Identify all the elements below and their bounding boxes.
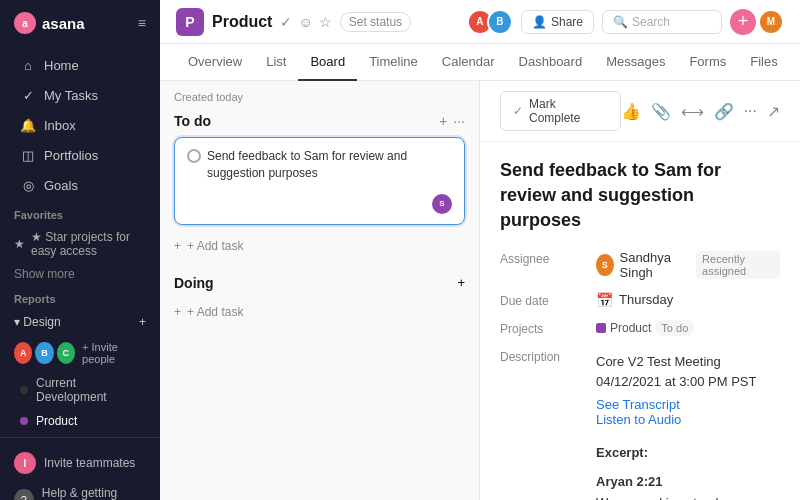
- see-transcript-link[interactable]: See Transcript: [596, 397, 680, 412]
- kanban-board: Created today To do + ··· Send feedback …: [160, 81, 480, 500]
- sidebar-item-product[interactable]: Product: [0, 409, 160, 433]
- detail-toolbar-right: 👍 📎 ⟷ 🔗 ··· ↗: [621, 102, 780, 121]
- add-team-button[interactable]: +: [139, 315, 146, 329]
- attachment-icon[interactable]: 📎: [651, 102, 671, 121]
- recently-assigned-badge[interactable]: Recently assigned: [696, 251, 780, 279]
- current-development-label: Current Development: [36, 376, 140, 404]
- excerpt-heading: Excerpt:: [596, 443, 780, 464]
- home-icon: ⌂: [20, 58, 36, 73]
- sidebar-item-home[interactable]: ⌂ Home: [6, 51, 154, 80]
- tab-timeline[interactable]: Timeline: [357, 44, 430, 81]
- checkmark-icon[interactable]: ✓: [280, 14, 292, 30]
- tab-calendar[interactable]: Calendar: [430, 44, 507, 81]
- sidebar-item-portfolios-label: Portfolios: [44, 148, 98, 163]
- tab-overview[interactable]: Overview: [176, 44, 254, 81]
- sidebar-item-current-development[interactable]: Current Development: [0, 371, 160, 409]
- description-line-2: 04/12/2021 at 3:00 PM PST: [596, 372, 756, 393]
- sidebar-bottom: I Invite teammates ? Help & getting star…: [0, 437, 160, 500]
- detail-toolbar: ✓ Mark Complete 👍 📎 ⟷ 🔗 ··· ↗: [480, 81, 800, 142]
- nav-tabs: Overview List Board Timeline Calendar Da…: [160, 44, 800, 81]
- star-projects-link[interactable]: ★ ★ Star projects for easy access: [0, 225, 160, 263]
- topbar: P Product ✓ ☺ ☆ Set status A B 👤 Share 🔍…: [160, 0, 800, 44]
- sidebar: a asana ≡ ⌂ Home ✓ My Tasks 🔔 Inbox ◫ Po…: [0, 0, 160, 500]
- sidebar-item-goals[interactable]: ◎ Goals: [6, 171, 154, 200]
- emoji-icon[interactable]: ☺: [298, 14, 312, 30]
- member-avatars: A B: [467, 9, 513, 35]
- goals-icon: ◎: [20, 178, 36, 193]
- invite-teammates-item[interactable]: I Invite teammates: [0, 446, 160, 480]
- asana-brand-name: asana: [42, 15, 85, 32]
- check-icon: ✓: [20, 88, 36, 103]
- todo-more-icon[interactable]: ···: [453, 113, 465, 129]
- team-avatars: A B C + Invite people: [0, 335, 160, 371]
- doing-column-title: Doing: [174, 275, 214, 291]
- tab-board[interactable]: Board: [298, 44, 357, 81]
- sidebar-logo: a asana ≡: [0, 0, 160, 46]
- todo-add-icon[interactable]: +: [439, 113, 447, 129]
- mark-complete-button[interactable]: ✓ Mark Complete: [500, 91, 621, 131]
- sidebar-item-my-tasks[interactable]: ✓ My Tasks: [6, 81, 154, 110]
- tab-forms[interactable]: Forms: [677, 44, 738, 81]
- calendar-icon: 📅: [596, 292, 613, 308]
- share-button[interactable]: 👤 Share: [521, 10, 594, 34]
- excerpt-speaker-1: Aryan 2:21: [596, 472, 780, 493]
- complete-check-icon: ✓: [513, 104, 523, 118]
- invite-teammates-label: Invite teammates: [44, 456, 135, 470]
- teams-section: ▾ Design +: [0, 309, 160, 335]
- star-topbar-icon[interactable]: ☆: [319, 14, 332, 30]
- project-color-dot: [596, 323, 606, 333]
- sidebar-item-portfolios[interactable]: ◫ Portfolios: [6, 141, 154, 170]
- star-projects-label: ★ Star projects for easy access: [31, 230, 146, 258]
- excerpt-row: Excerpt: Aryan 2:21 We are making steady…: [500, 439, 780, 500]
- portfolio-icon: ◫: [20, 148, 36, 163]
- search-icon: 🔍: [613, 15, 628, 29]
- help-item[interactable]: ? Help & getting started: [0, 480, 160, 500]
- team-avatar-1: A: [14, 342, 32, 364]
- mark-complete-label: Mark Complete: [529, 97, 608, 125]
- team-avatar-3: C: [57, 342, 75, 364]
- task-card-1[interactable]: Send feedback to Sam for review and sugg…: [174, 137, 465, 225]
- todo-add-task-button[interactable]: + + Add task: [174, 233, 465, 259]
- share-person-icon: 👤: [532, 15, 547, 29]
- topbar-icons: ✓ ☺ ☆: [280, 14, 331, 30]
- more-options-icon[interactable]: ···: [744, 102, 757, 120]
- like-icon[interactable]: 👍: [621, 102, 641, 121]
- expand-icon[interactable]: ⟷: [681, 102, 704, 121]
- assignee-avatar: S: [596, 254, 614, 276]
- add-button[interactable]: +: [730, 9, 756, 35]
- tab-list[interactable]: List: [254, 44, 298, 81]
- todo-add-task-label: + Add task: [187, 239, 243, 253]
- show-more-button[interactable]: Show more: [0, 263, 160, 285]
- project-name: Product: [212, 13, 272, 31]
- tab-files[interactable]: Files: [738, 44, 789, 81]
- asana-logo[interactable]: a asana: [14, 12, 85, 34]
- tab-dashboard[interactable]: Dashboard: [507, 44, 595, 81]
- doing-add-icon[interactable]: +: [457, 275, 465, 290]
- doing-column-header: Doing +: [174, 275, 465, 291]
- excerpt-label: [500, 439, 580, 441]
- link-copy-icon[interactable]: 🔗: [714, 102, 734, 121]
- sidebar-item-inbox[interactable]: 🔔 Inbox: [6, 111, 154, 140]
- search-box[interactable]: 🔍 Search: [602, 10, 722, 34]
- project-status-badge[interactable]: To do: [655, 320, 694, 336]
- star-icon: ★: [14, 237, 25, 251]
- tab-messages[interactable]: Messages: [594, 44, 677, 81]
- listen-audio-link[interactable]: Listen to Audio: [596, 412, 681, 427]
- doing-add-task-plus-icon: +: [174, 305, 181, 319]
- sidebar-item-my-tasks-label: My Tasks: [44, 88, 98, 103]
- due-date-text[interactable]: Thursday: [619, 292, 673, 307]
- team-avatar-2: B: [35, 342, 53, 364]
- set-status-button[interactable]: Set status: [340, 12, 411, 32]
- fullscreen-icon[interactable]: ↗: [767, 102, 780, 121]
- sidebar-collapse-button[interactable]: ≡: [138, 15, 146, 31]
- search-placeholder: Search: [632, 15, 670, 29]
- favorites-section-label: Favorites: [0, 201, 160, 225]
- excerpt-content: Excerpt: Aryan 2:21 We are making steady…: [596, 443, 780, 500]
- assignee-label: Assignee: [500, 250, 580, 266]
- invite-people-button[interactable]: + Invite people: [78, 339, 146, 367]
- sidebar-item-goals-label: Goals: [44, 178, 78, 193]
- doing-add-task-button[interactable]: + + Add task: [174, 299, 465, 325]
- product-label: Product: [36, 414, 77, 428]
- reports-section-label: Reports: [0, 285, 160, 309]
- task-card-1-content: Send feedback to Sam for review and sugg…: [187, 148, 452, 182]
